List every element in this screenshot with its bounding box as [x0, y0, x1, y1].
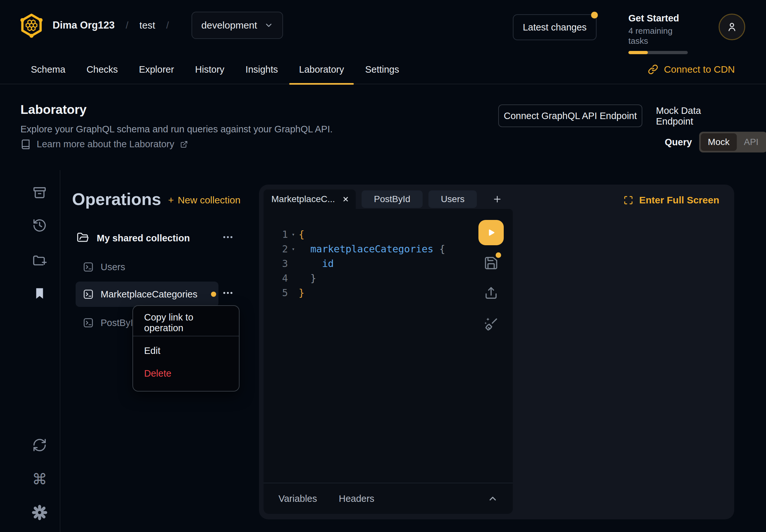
code-token: } — [298, 287, 304, 298]
editor-tab-label: MarketplaceC... — [271, 194, 335, 204]
editor-footer: Variables Headers — [263, 483, 513, 514]
code-token: { — [298, 229, 304, 240]
breadcrumb-separator: / — [126, 20, 128, 31]
new-tab-button[interactable] — [489, 190, 506, 208]
link-chain-icon — [648, 64, 658, 75]
terminal-icon — [82, 317, 94, 329]
line-number: 3 — [263, 256, 288, 271]
menu-item-copy-link[interactable]: Copy link to operation — [134, 314, 238, 332]
breadcrumb-project[interactable]: test — [140, 20, 155, 31]
menu-item-delete[interactable]: Delete — [134, 364, 238, 382]
connect-cdn-label: Connect to CDN — [664, 64, 735, 75]
variables-tab[interactable]: Variables — [278, 493, 317, 504]
chevron-up-icon[interactable] — [488, 493, 498, 504]
settings-gear-icon[interactable] — [32, 505, 47, 520]
code-token: marketplaceCategories — [310, 243, 433, 255]
collection-menu-button[interactable] — [223, 236, 233, 239]
code-token: { — [439, 243, 445, 255]
get-started-widget[interactable]: Get Started 4 remaining tasks — [628, 13, 693, 54]
editor-line: 5 } — [263, 285, 513, 300]
bookmark-icon[interactable] — [32, 286, 47, 301]
expand-icon — [624, 195, 633, 205]
breadcrumb: Dima Org123 / test / development — [19, 10, 283, 41]
unsaved-dot — [496, 252, 501, 258]
laboratory-sidebar: ⌘ — [0, 170, 60, 532]
breadcrumb-separator: / — [166, 20, 169, 31]
tab-laboratory[interactable]: Laboratory — [299, 55, 344, 84]
external-link-icon — [180, 140, 188, 148]
mock-data-endpoint-button[interactable]: Mock Data Endpoint — [656, 110, 738, 123]
fullscreen-button[interactable]: Enter Full Screen — [624, 195, 719, 206]
fold-caret-icon[interactable]: ▾ — [288, 227, 298, 242]
toggle-option-api[interactable]: API — [737, 133, 766, 151]
operation-name: MarketplaceCategories — [101, 289, 197, 300]
operation-menu-button[interactable] — [223, 291, 233, 295]
tab-insights[interactable]: Insights — [245, 55, 278, 84]
code-token — [298, 258, 322, 269]
unsaved-changes-dot — [211, 292, 216, 297]
folder-open-icon — [77, 232, 90, 245]
run-query-button[interactable] — [479, 220, 504, 245]
code-lines: 1 ▾ { 2 ▾ marketplaceCategories { 3 id — [263, 227, 513, 300]
breadcrumb-org[interactable]: Dima Org123 — [53, 19, 115, 31]
share-operation-button[interactable] — [484, 285, 499, 300]
history-icon[interactable] — [32, 218, 47, 233]
tab-explorer[interactable]: Explorer — [139, 55, 174, 84]
menu-item-edit[interactable]: Edit — [134, 342, 238, 360]
headers-tab[interactable]: Headers — [339, 493, 374, 504]
code-token — [298, 243, 310, 255]
new-collection-button[interactable]: + New collection — [168, 195, 240, 206]
editor-tab-users[interactable]: Users — [429, 190, 477, 208]
get-started-progressbar — [628, 51, 688, 54]
query-editor[interactable]: 1 ▾ { 2 ▾ marketplaceCategories { 3 id — [263, 209, 513, 483]
book-icon — [20, 139, 31, 150]
latest-changes-button[interactable]: Latest changes — [513, 14, 597, 40]
refresh-icon[interactable] — [32, 437, 47, 453]
prettify-button[interactable] — [483, 316, 499, 332]
editor-tab-marketplacecategories[interactable]: MarketplaceC... — [263, 189, 356, 209]
environment-selector[interactable]: development — [191, 12, 283, 39]
terminal-icon — [82, 288, 94, 300]
operations-title: Operations — [72, 189, 161, 209]
folder-plus-icon[interactable] — [32, 252, 47, 268]
tab-schema[interactable]: Schema — [31, 55, 65, 84]
editor-tab-label: Users — [441, 194, 465, 204]
hive-logo-icon[interactable] — [19, 11, 43, 39]
query-editor-panel: 1 ▾ { 2 ▾ marketplaceCategories { 3 id — [263, 209, 513, 514]
environment-value: development — [201, 20, 257, 31]
connect-cdn-link[interactable]: Connect to CDN — [648, 64, 735, 75]
notification-dot — [591, 12, 598, 18]
collection-header[interactable]: My shared collection — [77, 232, 190, 245]
get-started-subtitle: 4 remaining tasks — [628, 26, 693, 46]
line-number: 1 — [263, 227, 288, 242]
latest-changes-label: Latest changes — [523, 22, 587, 33]
close-tab-icon[interactable] — [342, 196, 349, 203]
tab-checks[interactable]: Checks — [86, 55, 118, 84]
toggle-option-mock[interactable]: Mock — [701, 133, 737, 151]
learn-more-link[interactable]: Learn more about the Laboratory — [20, 139, 188, 150]
user-avatar[interactable] — [719, 14, 745, 40]
operation-context-menu: Copy link to operation Edit Delete — [132, 305, 239, 392]
operation-item-marketplacecategories[interactable]: MarketplaceCategories — [76, 282, 218, 307]
tab-history[interactable]: History — [195, 55, 224, 84]
command-shortcuts-icon[interactable]: ⌘ — [32, 471, 47, 487]
get-started-title: Get Started — [628, 13, 693, 24]
code-token — [433, 243, 439, 255]
new-collection-label: New collection — [178, 195, 240, 206]
operation-item-users[interactable]: Users — [76, 254, 218, 280]
query-mode-row: Query Mock API — [665, 132, 766, 152]
laboratory-page: Dima Org123 / test / development Latest … — [0, 0, 766, 532]
query-workbench: MarketplaceC... PostById Users Enter — [259, 185, 734, 519]
code-token: id — [322, 258, 334, 269]
operation-name: Users — [101, 262, 125, 272]
editor-tabs: MarketplaceC... PostById Users — [263, 189, 506, 209]
line-number: 5 — [263, 285, 288, 300]
page-description: Explore your GraphQL schema and run quer… — [20, 124, 333, 135]
tab-settings[interactable]: Settings — [365, 55, 399, 84]
archive-box-icon[interactable] — [32, 185, 47, 200]
save-operation-button[interactable] — [484, 256, 499, 271]
editor-tab-postbyid[interactable]: PostById — [361, 190, 423, 208]
fold-caret-icon[interactable]: ▾ — [288, 242, 298, 256]
connect-graphql-endpoint-button[interactable]: Connect GraphQL API Endpoint — [498, 104, 642, 127]
mock-data-endpoint-label: Mock Data Endpoint — [656, 105, 738, 127]
